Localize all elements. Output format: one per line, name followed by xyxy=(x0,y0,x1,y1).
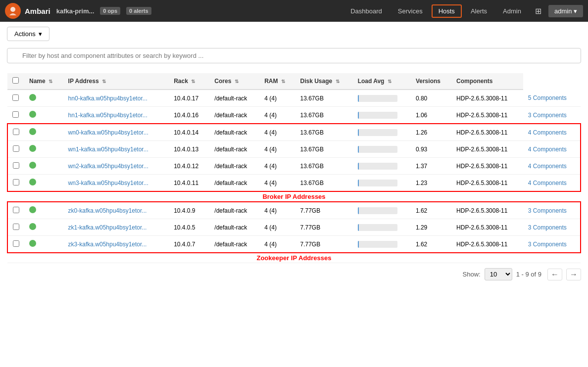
name-sort-icon: ⇅ xyxy=(49,79,52,84)
row-name-cell: zk0-kafka.w05hpu4bsy1etor... xyxy=(63,202,169,219)
table-row: zk1-kafka.w05hpu4bsy1etor... 10.4.0.5 /d… xyxy=(7,219,581,236)
row-name-cell: wn1-kafka.w05hpu4bsy1etor... xyxy=(63,141,169,158)
row-disk-cell xyxy=(353,175,411,192)
col-ip[interactable]: IP Address ⇅ xyxy=(63,73,169,90)
host-name-link[interactable]: wn2-kafka.w05hpu4bsy1etor... xyxy=(68,163,148,170)
per-page-select[interactable]: 10 25 50 100 xyxy=(485,268,512,280)
row-checkbox-cell xyxy=(7,141,24,158)
col-ram[interactable]: RAM ⇅ xyxy=(259,73,295,90)
host-name-link[interactable]: zk1-kafka.w05hpu4bsy1etor... xyxy=(68,224,147,231)
row-checkbox-cell xyxy=(7,90,24,107)
row-checkbox-cell xyxy=(7,158,24,175)
row-checkbox[interactable] xyxy=(13,207,19,213)
actions-button[interactable]: Actions ▾ xyxy=(7,27,49,41)
col-load[interactable]: Load Avg ⇅ xyxy=(353,73,411,90)
row-status-cell xyxy=(24,219,63,236)
components-link[interactable]: 4 Components xyxy=(528,180,567,186)
row-checkbox[interactable] xyxy=(13,179,19,185)
ram-sort-icon: ⇅ xyxy=(281,79,285,84)
nav-dashboard[interactable]: Dashboard xyxy=(343,4,389,18)
row-ip-cell: 10.4.0.9 xyxy=(169,202,209,219)
nav-alerts[interactable]: Alerts xyxy=(464,4,494,18)
select-all-checkbox[interactable] xyxy=(12,77,19,84)
row-ram-cell: 7.77GB xyxy=(295,219,353,236)
components-link[interactable]: 3 Components xyxy=(528,112,567,119)
nav-services[interactable]: Services xyxy=(391,4,430,18)
main-content: Actions ▾ 🔍 Name ⇅ IP Address ⇅ xyxy=(0,22,588,367)
row-checkbox[interactable] xyxy=(12,94,19,101)
row-ip-cell: 10.4.0.17 xyxy=(169,90,209,107)
col-disk[interactable]: Disk Usage ⇅ xyxy=(295,73,353,90)
host-name-link[interactable]: zk3-kafka.w05hpu4bsy1etor... xyxy=(68,241,147,248)
col-rack[interactable]: Rack ⇅ xyxy=(169,73,209,90)
row-ram-cell: 7.77GB xyxy=(295,236,353,253)
components-link[interactable]: 4 Components xyxy=(528,163,567,170)
row-checkbox[interactable] xyxy=(13,240,19,247)
zookeeper-annotation-row: Zookeeper IP Addresses xyxy=(7,253,581,263)
disk-bar xyxy=(358,180,359,186)
load-sort-icon: ⇅ xyxy=(388,79,392,84)
row-checkbox[interactable] xyxy=(12,111,19,118)
row-cores-cell: 4 (4) xyxy=(259,158,295,175)
col-name[interactable]: Name ⇅ xyxy=(24,73,63,90)
row-checkbox[interactable] xyxy=(13,162,19,169)
components-link[interactable]: 3 Components xyxy=(528,207,567,214)
row-checkbox[interactable] xyxy=(13,145,19,152)
host-name-link[interactable]: hn1-kafka.w05hpu4bsy1etor... xyxy=(68,112,147,119)
components-link[interactable]: 4 Components xyxy=(528,129,567,136)
row-ip-cell: 10.4.0.13 xyxy=(169,141,209,158)
host-name-link[interactable]: zk0-kafka.w05hpu4bsy1etor... xyxy=(68,207,147,214)
row-checkbox[interactable] xyxy=(13,129,19,135)
row-checkbox[interactable] xyxy=(13,224,19,230)
app-name: Ambari xyxy=(25,7,50,15)
components-link[interactable]: 3 Components xyxy=(528,224,567,231)
row-ram-cell: 13.67GB xyxy=(295,124,353,141)
disk-bar-wrapper xyxy=(358,241,397,248)
zookeeper-annotation-label: Zookeeper IP Addresses xyxy=(256,254,331,262)
host-name-link[interactable]: wn3-kafka.w05hpu4bsy1etor... xyxy=(68,180,148,186)
host-name-link[interactable]: wn1-kafka.w05hpu4bsy1etor... xyxy=(68,146,148,153)
row-version-cell: HDP-2.6.5.3008-11 xyxy=(451,236,523,253)
table-row: zk0-kafka.w05hpu4bsy1etor... 10.4.0.9 /d… xyxy=(7,202,581,219)
components-link[interactable]: 3 Components xyxy=(528,241,567,248)
row-version-cell: HDP-2.6.5.3008-11 xyxy=(451,141,523,158)
nav-hosts[interactable]: Hosts xyxy=(432,4,462,18)
disk-bar-wrapper xyxy=(358,224,397,231)
row-load-cell: 1.37 xyxy=(411,158,451,175)
dropdown-arrow-icon: ▾ xyxy=(39,30,42,38)
row-name-cell: hn1-kafka.w05hpu4bsy1etor... xyxy=(63,107,169,124)
disk-bar xyxy=(358,95,359,102)
row-components-cell: 4 Components xyxy=(523,141,581,158)
row-rack-cell: /default-rack xyxy=(209,219,259,236)
disk-bar-wrapper xyxy=(358,180,397,186)
row-cores-cell: 4 (4) xyxy=(259,107,295,124)
col-cores[interactable]: Cores ⇅ xyxy=(209,73,259,90)
search-input[interactable] xyxy=(7,48,581,63)
row-name-cell: wn0-kafka.w05hpu4bsy1etor... xyxy=(63,124,169,141)
disk-bar xyxy=(358,207,359,214)
row-components-cell: 4 Components xyxy=(523,158,581,175)
row-disk-cell xyxy=(353,202,411,219)
table-row: wn3-kafka.w05hpu4bsy1etor... 10.4.0.11 /… xyxy=(7,175,581,192)
table-row: hn1-kafka.w05hpu4bsy1etor... 10.4.0.16 /… xyxy=(7,107,581,124)
prev-page-button[interactable]: ← xyxy=(547,269,562,280)
nav-admin[interactable]: Admin xyxy=(496,4,528,18)
row-disk-cell xyxy=(353,158,411,175)
status-indicator xyxy=(29,94,36,101)
row-components-cell: 4 Components xyxy=(523,175,581,192)
host-name-link[interactable]: wn0-kafka.w05hpu4bsy1etor... xyxy=(68,129,148,136)
user-menu[interactable]: admin ▾ xyxy=(548,5,583,17)
row-load-cell: 1.62 xyxy=(411,236,451,253)
row-checkbox-cell xyxy=(7,236,24,253)
row-rack-cell: /default-rack xyxy=(209,236,259,253)
components-link[interactable]: 4 Components xyxy=(528,146,567,153)
row-ip-cell: 10.4.0.16 xyxy=(169,107,209,124)
components-link[interactable]: 5 Components xyxy=(528,94,567,101)
next-page-button[interactable]: → xyxy=(566,269,581,280)
table-row: hn0-kafka.w05hpu4bsy1etor... 10.4.0.17 /… xyxy=(7,90,581,107)
grid-icon[interactable]: ⊞ xyxy=(530,3,546,19)
host-name-link[interactable]: hn0-kafka.w05hpu4bsy1etor... xyxy=(68,95,147,102)
row-cores-cell: 4 (4) xyxy=(259,124,295,141)
row-rack-cell: /default-rack xyxy=(209,141,259,158)
row-ip-cell: 10.4.0.14 xyxy=(169,124,209,141)
